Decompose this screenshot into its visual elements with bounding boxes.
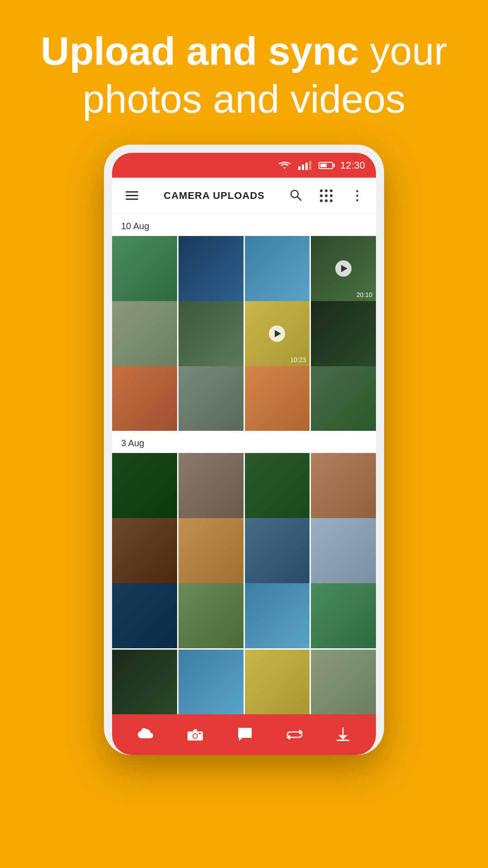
- more-button[interactable]: ⋮: [347, 186, 367, 206]
- photo-cell[interactable]: [245, 366, 310, 431]
- photo-cell[interactable]: [311, 518, 376, 583]
- date-header-aug3: 3 Aug: [112, 431, 376, 453]
- photo-cell[interactable]: 10:23: [245, 301, 310, 366]
- photo-cell[interactable]: [112, 301, 177, 366]
- photo-cell[interactable]: [112, 453, 177, 518]
- status-time: 12:30: [340, 160, 365, 171]
- date-header-aug10: 10 Aug: [112, 214, 376, 236]
- svg-line-2: [297, 197, 301, 200]
- video-duration: 20:10: [357, 291, 372, 298]
- photo-cell[interactable]: [178, 236, 244, 301]
- app-bar-actions: ⋮: [286, 185, 367, 207]
- photo-cell[interactable]: [178, 583, 244, 648]
- bottom-nav: [112, 714, 376, 755]
- photo-grid-aug10-row2: 10:23: [112, 301, 376, 366]
- photo-cell[interactable]: [311, 453, 376, 518]
- photo-cell[interactable]: [245, 650, 310, 715]
- hero-section: Upload and sync your photos and videos: [0, 27, 488, 123]
- battery-icon: [319, 162, 333, 169]
- svg-rect-12: [337, 740, 349, 741]
- photo-content: 10 Aug 20:10 10:23: [112, 214, 376, 714]
- svg-marker-11: [338, 735, 347, 740]
- nav-chat-button[interactable]: [228, 723, 262, 746]
- nav-cloud-button[interactable]: [129, 724, 163, 745]
- photo-cell[interactable]: [245, 583, 310, 648]
- download-icon: [336, 727, 350, 742]
- photo-cell[interactable]: [178, 518, 244, 583]
- photo-cell[interactable]: [245, 518, 310, 583]
- menu-button[interactable]: [121, 187, 143, 204]
- photo-cell[interactable]: [112, 650, 177, 715]
- photo-cell[interactable]: [178, 301, 244, 366]
- photo-grid-aug3-row1: [112, 453, 376, 518]
- photo-grid-partial: [112, 650, 376, 715]
- sync-icon: [286, 727, 303, 742]
- photo-cell[interactable]: [112, 236, 177, 301]
- app-bar: CAMERA UPLOADS: [112, 178, 376, 214]
- grid-button[interactable]: [316, 186, 336, 206]
- photo-grid-aug10-row3: [112, 366, 376, 431]
- photo-cell[interactable]: [112, 366, 177, 431]
- photo-cell[interactable]: 20:10: [311, 236, 376, 301]
- photo-cell[interactable]: [112, 518, 177, 583]
- phone-screen: 12:30 CAMERA UPLOADS: [112, 153, 376, 755]
- photo-grid-aug3-row3: [112, 583, 376, 648]
- photo-cell[interactable]: [245, 236, 310, 301]
- photo-grid-aug10-row1: 20:10: [112, 236, 376, 301]
- status-bar: 12:30: [112, 153, 376, 178]
- cloud-icon: [138, 728, 154, 741]
- photo-cell[interactable]: [311, 366, 376, 431]
- nav-download-button[interactable]: [327, 722, 359, 747]
- camera-icon: [187, 728, 203, 741]
- photo-cell[interactable]: [311, 301, 376, 366]
- photo-grid-aug3-row2: [112, 518, 376, 583]
- date-section-aug3: 3 Aug: [112, 431, 376, 648]
- wifi-icon: [278, 161, 291, 170]
- app-title: CAMERA UPLOADS: [143, 190, 286, 202]
- photo-cell[interactable]: [178, 453, 244, 518]
- search-icon: [289, 189, 302, 201]
- svg-rect-6: [199, 733, 201, 734]
- photo-cell[interactable]: [311, 650, 376, 715]
- photo-cell[interactable]: [178, 650, 244, 715]
- chat-icon: [237, 727, 253, 742]
- svg-point-5: [193, 734, 197, 738]
- photo-cell[interactable]: [311, 583, 376, 648]
- signal-icon: [298, 161, 311, 170]
- date-section-aug10: 10 Aug 20:10 10:23: [112, 214, 376, 431]
- hero-title: Upload and sync your photos and videos: [27, 27, 461, 123]
- photo-cell[interactable]: [112, 583, 177, 648]
- photo-cell[interactable]: [245, 453, 310, 518]
- play-button[interactable]: [335, 260, 352, 277]
- dots-grid-icon: [320, 189, 333, 202]
- svg-marker-0: [283, 167, 286, 169]
- photo-cell[interactable]: [178, 366, 244, 431]
- nav-camera-button[interactable]: [178, 723, 212, 746]
- video-duration: 10:23: [290, 356, 306, 363]
- search-button[interactable]: [286, 185, 305, 207]
- phone-frame: 12:30 CAMERA UPLOADS: [104, 145, 384, 755]
- play-button[interactable]: [269, 326, 285, 342]
- nav-sync-button[interactable]: [277, 723, 312, 746]
